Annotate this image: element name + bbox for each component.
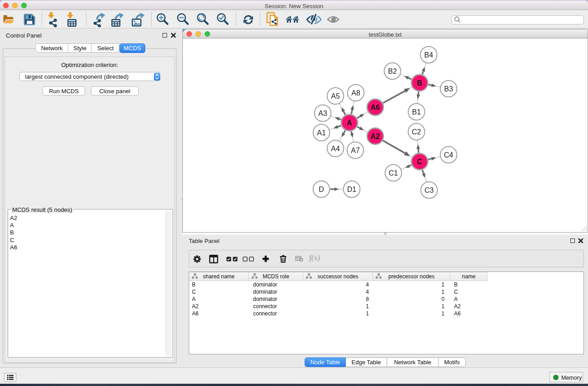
svg-text:D1: D1 bbox=[347, 186, 357, 193]
svg-text:C: C bbox=[417, 158, 422, 166]
svg-text:B: B bbox=[417, 79, 422, 87]
svg-text:A: A bbox=[347, 119, 352, 127]
svg-text:C2: C2 bbox=[412, 128, 421, 136]
svg-text:A5: A5 bbox=[331, 92, 340, 100]
svg-text:A4: A4 bbox=[331, 145, 340, 152]
svg-text:C3: C3 bbox=[425, 186, 434, 194]
svg-text:B1: B1 bbox=[412, 108, 421, 116]
svg-text:B4: B4 bbox=[424, 51, 433, 59]
svg-text:A8: A8 bbox=[351, 89, 360, 97]
svg-text:A3: A3 bbox=[318, 110, 327, 117]
svg-text:A6: A6 bbox=[371, 104, 380, 111]
svg-text:A1: A1 bbox=[317, 129, 326, 137]
svg-text:A2: A2 bbox=[371, 133, 380, 140]
svg-text:C1: C1 bbox=[389, 169, 398, 177]
svg-text:D: D bbox=[319, 186, 324, 193]
svg-text:B2: B2 bbox=[388, 67, 397, 75]
svg-text:B3: B3 bbox=[444, 85, 453, 93]
svg-text:A7: A7 bbox=[351, 147, 360, 154]
svg-text:C4: C4 bbox=[444, 151, 454, 159]
